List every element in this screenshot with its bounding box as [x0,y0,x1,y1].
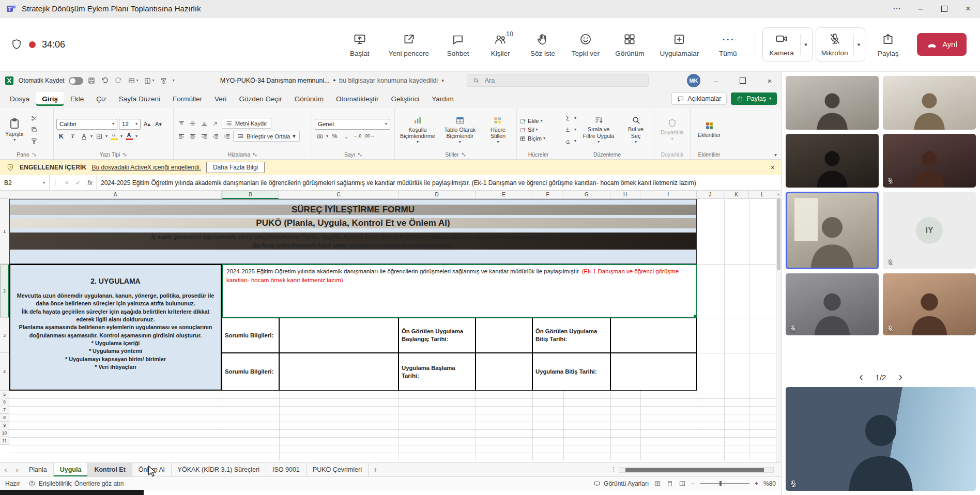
dialog-launcher-icon[interactable] [122,152,127,157]
sort-filter-button[interactable]: Sırala ve Filtre Uygula [579,114,618,145]
select-all-corner[interactable] [0,191,9,199]
tab-ekle[interactable]: Ekle [65,92,89,106]
dialog-launcher-icon[interactable] [32,152,37,157]
italic-button[interactable]: T [68,132,78,141]
close-button[interactable] [956,0,980,17]
tab-yardim[interactable]: Yardım [426,92,460,106]
chat-button[interactable]: Sohbet [438,28,478,61]
camera-button[interactable]: Kamera [764,29,799,60]
zoom-in-button[interactable] [755,481,758,487]
row-header-6[interactable]: 6 [0,398,9,406]
sheet-tab-planla[interactable]: Planla [23,463,54,476]
dialog-launcher-icon[interactable] [462,152,466,157]
tab-dosya[interactable]: Dosya [4,92,35,106]
start-presenting-button[interactable]: Başlat [340,28,379,61]
cut-button[interactable] [29,114,39,123]
font-size-select[interactable]: 12 [119,119,141,130]
document-title[interactable]: MYO-PUKÖ-34 Danışman memnuni... • bu bil… [220,77,444,84]
normal-view-button[interactable] [654,480,661,487]
excel-close-button[interactable] [758,72,781,89]
row-header-2[interactable]: 2 [0,264,9,318]
align-right-button[interactable] [199,132,209,141]
insert-cells-button[interactable]: Ekle [519,118,545,125]
fill-handle[interactable] [693,314,697,318]
next-page-button[interactable] [895,372,905,383]
addins-button[interactable]: Eklentiler [695,120,723,139]
selected-cell-B2[interactable]: 2024-2025 Eğitim Öğretim yılında akademi… [222,264,697,318]
decrease-decimal-button[interactable] [364,132,374,141]
column-header-B[interactable]: B [222,191,279,199]
orientation-button[interactable] [210,119,220,128]
sheet-nav-right-icon[interactable] [11,466,23,473]
clear-button[interactable] [563,136,576,146]
sheet-nav-left-icon[interactable] [0,466,11,473]
sheet-tab-kontrol-et[interactable]: Kontrol Et [88,463,132,476]
conditional-formatting-button[interactable]: Koşullu Biçimlendirme [397,114,438,146]
cell-H4[interactable] [610,353,697,391]
horizontal-scroll-thumb[interactable] [625,468,764,472]
participant-video-4[interactable] [883,134,976,188]
column-header-G[interactable]: G [563,191,610,199]
cell-styles-button[interactable]: Hücre Stilleri [482,114,514,146]
shrink-font-button[interactable] [154,119,163,129]
dialog-launcher-icon[interactable] [358,152,362,157]
zoom-slider-knob[interactable] [719,481,722,486]
comma-style-button[interactable] [341,132,351,141]
zoom-slider[interactable] [700,483,749,484]
fill-color-button[interactable] [109,132,119,141]
mic-button[interactable]: Mikrofon [817,29,852,60]
number-format-select[interactable]: Genel [315,119,390,130]
row-header-10[interactable]: 10 [0,429,9,437]
format-painter-icon[interactable] [160,77,167,85]
merge-center-button[interactable]: Birleştir ve Ortala [233,131,300,142]
column-header-I[interactable]: I [640,191,697,199]
row-header-9[interactable]: 9 [0,422,9,429]
mic-options-chevron-icon[interactable] [855,42,863,48]
more-actions-button[interactable]: Tümü [708,28,747,61]
percent-style-button[interactable] [330,132,340,141]
save-icon[interactable] [87,76,96,85]
leave-button[interactable]: Ayrıl [917,33,967,56]
warning-close-icon[interactable] [771,164,775,171]
cell-B3[interactable]: Sorumlu Bilgileri: [222,318,279,353]
cell-D3[interactable]: Ön Görülen Uygulama Başlangıç Tarihi: [399,318,476,353]
column-header-K[interactable]: K [724,191,749,199]
row-header-5[interactable]: 5 [0,391,9,398]
page-layout-view-button[interactable] [666,480,673,487]
vertical-scroll-thumb[interactable] [777,198,780,270]
view-button[interactable]: Görünüm [609,28,650,61]
apps-button[interactable]: Uygulamalar [653,28,705,61]
confirm-entry-icon[interactable] [72,180,84,186]
comments-button[interactable]: Açıklamalar [671,92,727,105]
row-header-11[interactable]: 11 [0,437,9,445]
dialog-launcher-icon[interactable] [253,152,257,157]
participant-video-8[interactable] [883,273,976,335]
uygulama-description-cell[interactable]: 2. UYGULAMA Mevcutta uzun dönemdir uygul… [9,264,222,391]
column-header-L[interactable]: L [749,191,776,199]
excel-share-button[interactable]: Paylaş [731,92,777,105]
participant-video-large[interactable] [786,387,976,491]
qat-borders-button[interactable] [144,77,155,85]
display-settings-button[interactable]: Görüntü Ayarları [593,480,649,487]
maximize-button[interactable] [932,0,956,17]
wrap-text-button[interactable]: Metni Kaydır [222,118,271,129]
excel-minimize-button[interactable] [705,72,727,89]
more-info-button[interactable]: Daha Fazla Bilgi [206,162,265,173]
sheet-tab-uygula[interactable]: Uygula [54,463,88,476]
tab-gorunum[interactable]: Görünüm [289,92,329,106]
sheet-tab-onlem-al[interactable]: Önlem Al [132,463,172,476]
collapse-ribbon-chevron-icon[interactable] [774,152,777,158]
excel-restore-button[interactable] [731,72,754,89]
vertical-scrollbar[interactable] [776,191,781,462]
page-break-view-button[interactable] [679,480,686,487]
form-title-cell[interactable]: SÜREÇ İYİLEŞTİRME FORMU PUKÖ (Planla, Uy… [9,199,697,264]
underline-button[interactable]: A [79,132,89,141]
decrease-indent-button[interactable] [210,132,220,141]
fill-button[interactable] [563,125,576,134]
row-header-4[interactable]: 4 [0,353,9,391]
redo-icon[interactable] [114,76,122,85]
tab-veri[interactable]: Veri [209,92,232,106]
zoom-out-button[interactable] [691,481,695,487]
paste-button[interactable]: Yapıştır [3,116,26,143]
cell-H3[interactable] [610,318,697,353]
